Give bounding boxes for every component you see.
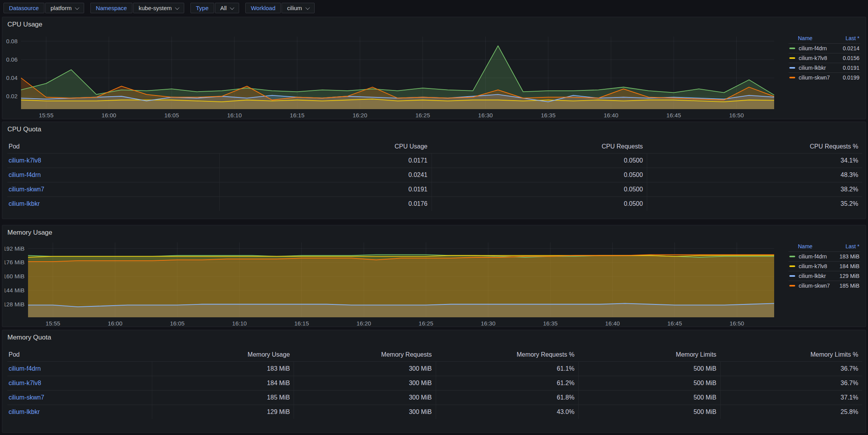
svg-text:16:05: 16:05 [170,320,185,327]
svg-text:16:10: 16:10 [227,112,242,118]
value-cell: 500 MiB [578,391,720,405]
value-cell: 300 MiB [294,362,435,376]
legend-item-cilium-f4drn[interactable]: cilium-f4drn0.0214 [789,43,860,53]
value-cell: 36.7% [720,362,862,376]
svg-text:16:05: 16:05 [164,112,179,118]
legend-last-value: 0.0199 [843,74,859,81]
legend-series-name: cilium-skwn7 [799,283,840,289]
memory-usage-chart[interactable]: 128 MiB144 MiB160 MiB176 MiB192 MiB15:55… [5,239,780,327]
column-header-pod[interactable]: Pod [7,140,219,153]
value-cell: 61.2% [436,376,579,390]
legend-sort-last[interactable]: Last * [845,243,859,249]
legend-last-value: 129 MiB [840,273,859,279]
legend-item-cilium-lkbkr[interactable]: cilium-lkbkr129 MiB [789,271,860,281]
column-header-cpu-requests[interactable]: CPU Requests [431,140,647,153]
pod-link-cilium-f4drn[interactable]: cilium-f4drn [9,172,41,179]
panel-cpu-quota: CPU Quota PodCPU UsageCPU RequestsCPU Re… [2,122,866,219]
legend-item-cilium-skwn7[interactable]: cilium-skwn7185 MiB [789,281,860,290]
legend-item-cilium-k7lv8[interactable]: cilium-k7lv80.0156 [789,53,860,63]
series-color-swatch [789,285,795,286]
table-row: cilium-k7lv8184 MiB300 MiB61.2%500 MiB36… [7,376,862,390]
legend-last-value: 0.0156 [843,55,859,61]
dashboard-variables-toolbar: DatasourceplatformNamespacekube-systemTy… [4,3,315,13]
panel-title-memory-quota[interactable]: Memory Quota [7,334,51,341]
svg-text:16:50: 16:50 [729,320,744,327]
legend-series-name: cilium-f4drn [799,45,843,51]
value-cell: 0.0500 [431,168,647,182]
pod-cell: cilium-k7lv8 [7,376,152,390]
svg-text:16:00: 16:00 [108,320,123,327]
column-header-cpu-requests[interactable]: CPU Requests % [647,140,862,153]
legend-item-cilium-f4drn[interactable]: cilium-f4drn183 MiB [789,251,860,261]
svg-text:16:35: 16:35 [541,112,556,118]
column-header-memory-usage[interactable]: Memory Usage [152,348,294,361]
table-header-row: PodCPU UsageCPU RequestsCPU Requests % [7,140,862,153]
value-cell: 300 MiB [294,405,435,419]
variable-value-type[interactable]: All [215,3,239,13]
panel-memory-quota: Memory Quota PodMemory UsageMemory Reque… [2,330,866,433]
pod-link-cilium-skwn7[interactable]: cilium-skwn7 [9,186,44,193]
variable-filter-type: TypeAll [190,3,239,13]
svg-text:16:35: 16:35 [543,320,558,327]
column-header-pod[interactable]: Pod [7,348,152,361]
value-cell: 61.1% [436,362,579,376]
value-cell: 48.3% [647,168,862,182]
panel-title-memory-usage[interactable]: Memory Usage [7,229,52,237]
legend-item-cilium-k7lv8[interactable]: cilium-k7lv8184 MiB [789,261,860,271]
chevron-down-icon [175,5,179,9]
variable-value-datasource[interactable]: platform [45,3,84,13]
svg-text:16:40: 16:40 [604,112,618,118]
variable-label-workload: Workload [245,3,281,13]
column-header-memory-limits[interactable]: Memory Limits [578,348,720,361]
legend-item-cilium-lkbkr[interactable]: cilium-lkbkr0.0191 [789,63,860,72]
value-cell: 500 MiB [578,376,720,390]
svg-text:16:45: 16:45 [666,112,681,118]
pod-link-cilium-lkbkr[interactable]: cilium-lkbkr [9,408,40,416]
column-header-memory-requests[interactable]: Memory Requests % [436,348,579,361]
legend-series-name: cilium-f4drn [799,253,840,260]
svg-text:144 MiB: 144 MiB [5,287,25,294]
pod-cell: cilium-lkbkr [7,197,219,211]
cpu-quota-table: PodCPU UsageCPU RequestsCPU Requests %ci… [7,140,862,211]
pod-link-cilium-k7lv8[interactable]: cilium-k7lv8 [9,157,41,164]
variable-value-namespace[interactable]: kube-system [133,3,184,13]
column-header-memory-limits[interactable]: Memory Limits % [720,348,862,361]
series-color-swatch [789,67,795,69]
svg-text:16:50: 16:50 [729,112,744,118]
legend-series-name: cilium-lkbkr [799,273,840,279]
legend-sort-last[interactable]: Last * [845,35,859,41]
svg-text:0.08: 0.08 [6,38,18,44]
svg-text:0.04: 0.04 [6,74,18,81]
column-header-cpu-usage[interactable]: CPU Usage [219,140,431,153]
svg-text:15:55: 15:55 [39,112,54,118]
series-color-swatch [789,256,795,257]
svg-text:192 MiB: 192 MiB [5,245,25,252]
pod-link-cilium-skwn7[interactable]: cilium-skwn7 [9,394,44,401]
value-cell: 300 MiB [294,376,435,390]
value-cell: 184 MiB [152,376,294,390]
value-cell: 0.0500 [431,154,647,168]
pod-link-cilium-k7lv8[interactable]: cilium-k7lv8 [9,380,41,387]
variable-filter-datasource: Datasourceplatform [4,3,84,13]
table-header-row: PodMemory UsageMemory RequestsMemory Req… [7,348,862,361]
legend-last-value: 185 MiB [840,283,859,289]
svg-text:160 MiB: 160 MiB [5,273,25,279]
legend-last-value: 183 MiB [840,253,859,260]
pod-link-cilium-f4drn[interactable]: cilium-f4drn [9,365,41,372]
pod-cell: cilium-skwn7 [7,391,152,405]
cpu-usage-chart[interactable]: 0.020.040.060.0815:5516:0016:0516:1016:1… [5,30,780,118]
variable-value-workload[interactable]: cilium [282,3,314,13]
legend-sort-name[interactable]: Name [798,243,812,249]
value-cell: 38.2% [647,182,862,196]
legend-item-cilium-skwn7[interactable]: cilium-skwn70.0199 [789,72,860,82]
svg-text:0.06: 0.06 [6,56,18,63]
pod-link-cilium-lkbkr[interactable]: cilium-lkbkr [9,200,40,207]
legend-sort-name[interactable]: Name [798,35,812,41]
panel-title-cpu-quota[interactable]: CPU Quota [7,126,41,133]
panel-title-cpu-usage[interactable]: CPU Usage [7,21,42,28]
column-header-memory-requests[interactable]: Memory Requests [294,348,435,361]
svg-text:16:20: 16:20 [353,112,368,118]
variable-value-text: kube-system [139,5,172,11]
series-color-swatch [789,275,795,277]
value-cell: 0.0171 [219,154,431,168]
